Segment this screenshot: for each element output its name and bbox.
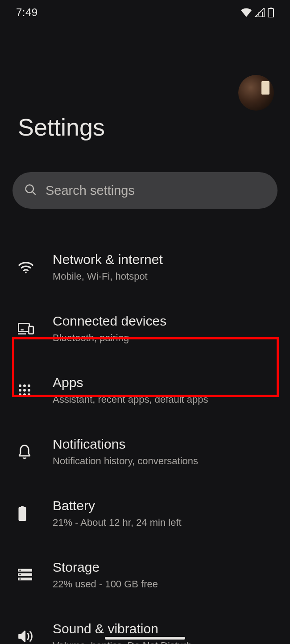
item-subtitle: Notification history, conversations — [53, 455, 272, 467]
item-title: Connected devices — [53, 313, 272, 329]
nav-handle[interactable] — [105, 637, 185, 640]
page-title: Settings — [18, 113, 272, 141]
battery-icon — [18, 506, 53, 521]
item-title: Storage — [53, 559, 272, 575]
bell-icon — [18, 444, 53, 459]
settings-item-apps[interactable]: Apps Assistant, recent apps, default app… — [0, 359, 290, 421]
svg-point-27 — [19, 578, 21, 580]
svg-point-17 — [19, 393, 21, 396]
svg-point-11 — [19, 384, 21, 387]
settings-item-connected-devices[interactable]: Connected devices Bluetooth, pairing — [0, 298, 290, 359]
settings-item-network[interactable]: Network & internet Mobile, Wi-Fi, hotspo… — [0, 236, 290, 298]
svg-rect-3 — [268, 8, 273, 17]
cellular-icon: ! — [254, 8, 265, 17]
wifi-icon — [241, 8, 252, 17]
item-title: Sound & vibration — [53, 621, 272, 637]
search-bar[interactable]: Search settings — [12, 172, 278, 209]
svg-rect-9 — [29, 326, 33, 334]
search-placeholder: Search settings — [46, 183, 135, 198]
item-subtitle: 21% - About 12 hr, 24 min left — [53, 516, 272, 529]
settings-list: Network & internet Mobile, Wi-Fi, hotspo… — [0, 223, 290, 644]
settings-item-battery[interactable]: Battery 21% - About 12 hr, 24 min left — [0, 483, 290, 544]
item-title: Battery — [53, 498, 272, 514]
svg-point-15 — [23, 389, 26, 392]
item-title: Notifications — [53, 436, 272, 452]
settings-item-storage[interactable]: Storage 22% used - 100 GB free — [0, 544, 290, 606]
svg-text:!: ! — [258, 12, 260, 17]
status-time: 7:49 — [16, 6, 38, 19]
svg-point-19 — [28, 393, 30, 396]
sound-icon — [18, 630, 53, 643]
battery-icon — [268, 8, 274, 17]
item-subtitle: Volume, haptics, Do Not Disturb — [53, 640, 272, 644]
header-area: Settings — [0, 25, 290, 172]
item-subtitle: Bluetooth, pairing — [53, 332, 272, 344]
svg-line-5 — [33, 192, 36, 195]
devices-icon — [18, 322, 53, 335]
item-subtitle: Assistant, recent apps, default apps — [53, 393, 272, 406]
item-subtitle: Mobile, Wi-Fi, hotspot — [53, 270, 272, 283]
svg-point-26 — [19, 574, 21, 575]
apps-icon — [18, 384, 53, 397]
svg-point-12 — [23, 384, 26, 387]
svg-rect-21 — [19, 507, 26, 521]
item-subtitle: 22% used - 100 GB free — [53, 578, 272, 590]
svg-rect-7 — [18, 323, 29, 331]
svg-point-14 — [19, 389, 21, 392]
svg-point-25 — [19, 570, 21, 571]
svg-point-6 — [25, 272, 27, 273]
item-title: Network & internet — [53, 252, 272, 268]
svg-point-4 — [26, 185, 34, 193]
svg-point-13 — [28, 384, 30, 387]
search-icon — [24, 183, 37, 198]
avatar[interactable] — [238, 75, 274, 111]
status-icons: ! — [241, 8, 274, 17]
wifi-icon — [18, 261, 53, 273]
item-title: Apps — [53, 375, 272, 391]
status-bar: 7:49 ! — [0, 0, 290, 25]
svg-point-18 — [23, 393, 26, 396]
svg-rect-0 — [262, 12, 263, 17]
storage-icon — [18, 569, 53, 581]
svg-rect-20 — [21, 506, 24, 507]
svg-point-16 — [28, 389, 30, 392]
settings-item-notifications[interactable]: Notifications Notification history, conv… — [0, 421, 290, 483]
